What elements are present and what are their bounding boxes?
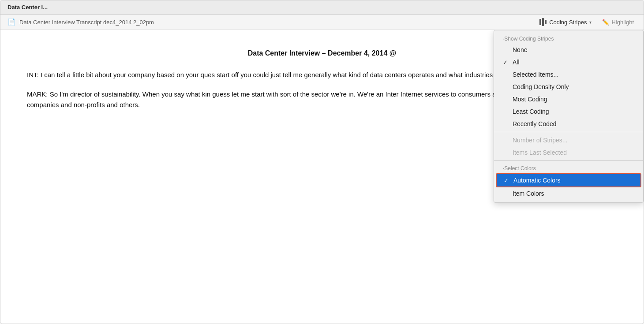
separator-1 [494, 132, 643, 132]
menu-item-none[interactable]: None [494, 44, 643, 56]
menu-item-selected-items[interactable]: Selected Items... [494, 68, 643, 81]
items-last-selected-label: Items Last Selected [513, 149, 567, 156]
check-automatic-colors: ✓ [504, 177, 510, 184]
menu-item-selected-label: Selected Items... [513, 71, 558, 78]
toolbar-left: 📄 Data Center Interview Transcript dec4_… [7, 18, 154, 26]
highlight-pencil-icon: ✏️ [602, 19, 609, 26]
coding-stripes-icon [539, 18, 547, 26]
menu-item-number-of-stripes: Number of Stripes... [494, 134, 643, 146]
coding-stripes-label: Coding Stripes [549, 19, 587, 26]
title-bar: Data Center I... [0, 0, 644, 15]
menu-item-coding-density[interactable]: Coding Density Only [494, 81, 643, 93]
menu-item-least-coding[interactable]: Least Coding [494, 105, 643, 118]
automatic-colors-label: Automatic Colors [513, 177, 561, 184]
highlight-button[interactable]: ✏️ Highlight [599, 18, 637, 26]
dropdown-arrow-icon: ▾ [589, 20, 592, 25]
separator-2 [494, 160, 643, 161]
menu-item-none-label: None [513, 46, 527, 53]
menu-item-automatic-colors[interactable]: ✓ Automatic Colors [496, 173, 641, 187]
coding-stripes-button[interactable]: Coding Stripes ▾ [537, 17, 594, 27]
show-coding-stripes-header: ·Show Coding Stripes [494, 33, 643, 44]
select-colors-header: ·Select Colors [494, 163, 643, 173]
menu-item-coding-density-label: Coding Density Only [513, 83, 569, 90]
menu-item-recently-coded-label: Recently Coded [513, 120, 557, 127]
toolbar-right: Coding Stripes ▾ ✏️ Highlight [537, 17, 637, 27]
highlight-label: Highlight [611, 19, 634, 26]
menu-item-all[interactable]: ✓ All [494, 56, 643, 68]
content-area: Data Center Interview – December 4, 2014… [0, 30, 644, 324]
item-colors-label: Item Colors [513, 190, 544, 197]
window-title: Data Center I... [7, 4, 48, 11]
document-icon: 📄 [7, 18, 16, 26]
menu-item-all-label: All [513, 59, 520, 66]
app-window: Data Center I... 📄 Data Center Interview… [0, 0, 644, 324]
check-all: ✓ [503, 59, 509, 66]
menu-item-item-colors[interactable]: Item Colors [494, 187, 643, 200]
menu-item-recently-coded[interactable]: Recently Coded [494, 118, 643, 130]
menu-item-least-coding-label: Least Coding [513, 108, 549, 115]
menu-item-most-coding-label: Most Coding [513, 96, 547, 103]
menu-item-items-last-selected: Items Last Selected [494, 146, 643, 159]
coding-stripes-dropdown: ·Show Coding Stripes None ✓ All Selected… [494, 30, 644, 203]
document-filename: Data Center Interview Transcript dec4_20… [19, 19, 154, 26]
toolbar: 📄 Data Center Interview Transcript dec4_… [0, 15, 644, 30]
menu-item-most-coding[interactable]: Most Coding [494, 93, 643, 105]
number-of-stripes-label: Number of Stripes... [513, 137, 568, 144]
